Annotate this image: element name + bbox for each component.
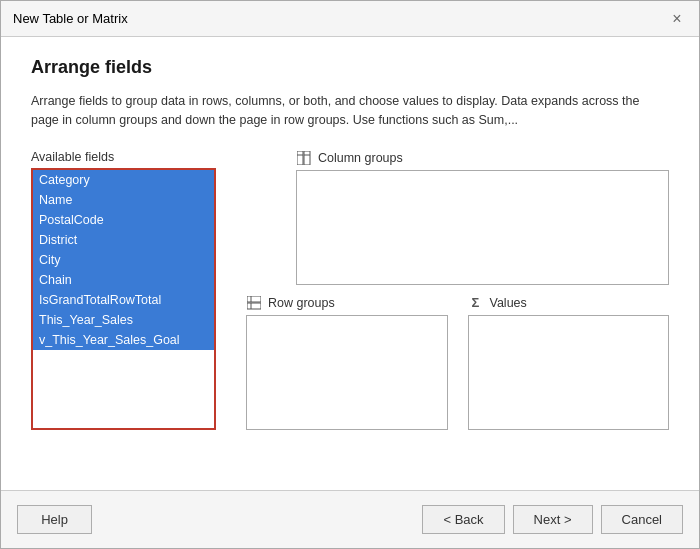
row-groups-box[interactable]: [246, 315, 448, 430]
svg-rect-5: [247, 303, 261, 309]
new-table-or-matrix-dialog: New Table or Matrix × Arrange fields Arr…: [0, 0, 700, 549]
list-item[interactable]: Chain: [33, 270, 214, 290]
back-button[interactable]: < Back: [422, 505, 504, 534]
row-groups-header: Row groups: [246, 295, 448, 311]
bottom-groups-row: Row groups Σ Values: [246, 295, 669, 430]
row-groups-icon: [246, 295, 262, 311]
content-area: Arrange fields Arrange fields to group d…: [1, 37, 699, 490]
list-item[interactable]: This_Year_Sales: [33, 310, 214, 330]
close-button[interactable]: ×: [667, 9, 687, 29]
row-groups-section: Row groups: [246, 295, 448, 430]
column-groups-icon: [296, 150, 312, 166]
list-item[interactable]: PostalCode: [33, 210, 214, 230]
column-groups-section: Column groups: [296, 150, 669, 285]
values-icon: Σ: [468, 295, 484, 311]
svg-rect-4: [247, 296, 261, 302]
footer-right: < Back Next > Cancel: [422, 505, 683, 534]
list-item[interactable]: City: [33, 250, 214, 270]
column-groups-header: Column groups: [296, 150, 669, 166]
page-title: Arrange fields: [31, 57, 669, 78]
groups-area: Column groups: [246, 150, 669, 430]
list-item[interactable]: IsGrandTotalRowTotal: [33, 290, 214, 310]
list-item[interactable]: Category: [33, 170, 214, 190]
values-header: Σ Values: [468, 295, 670, 311]
available-fields-section: Available fields CategoryNamePostalCodeD…: [31, 150, 216, 430]
title-bar: New Table or Matrix ×: [1, 1, 699, 37]
dialog-footer: Help < Back Next > Cancel: [1, 490, 699, 548]
dialog-title: New Table or Matrix: [13, 11, 128, 26]
description-text: Arrange fields to group data in rows, co…: [31, 92, 669, 130]
values-label: Values: [490, 296, 527, 310]
list-item[interactable]: v_This_Year_Sales_Goal: [33, 330, 214, 350]
row-groups-label: Row groups: [268, 296, 335, 310]
values-box[interactable]: [468, 315, 670, 430]
available-fields-list: CategoryNamePostalCodeDistrictCityChainI…: [33, 170, 214, 428]
next-button[interactable]: Next >: [513, 505, 593, 534]
available-fields-label: Available fields: [31, 150, 216, 164]
cancel-button[interactable]: Cancel: [601, 505, 683, 534]
column-groups-label: Column groups: [318, 151, 403, 165]
list-item[interactable]: District: [33, 230, 214, 250]
footer-left: Help: [17, 505, 92, 534]
fields-area: Available fields CategoryNamePostalCodeD…: [31, 150, 669, 430]
available-fields-wrapper: CategoryNamePostalCodeDistrictCityChainI…: [31, 168, 216, 430]
values-section: Σ Values: [468, 295, 670, 430]
svg-rect-1: [304, 151, 310, 165]
list-item[interactable]: Name: [33, 190, 214, 210]
top-groups-row: Column groups: [246, 150, 669, 285]
svg-rect-0: [297, 151, 303, 165]
column-groups-box[interactable]: [296, 170, 669, 285]
help-button[interactable]: Help: [17, 505, 92, 534]
